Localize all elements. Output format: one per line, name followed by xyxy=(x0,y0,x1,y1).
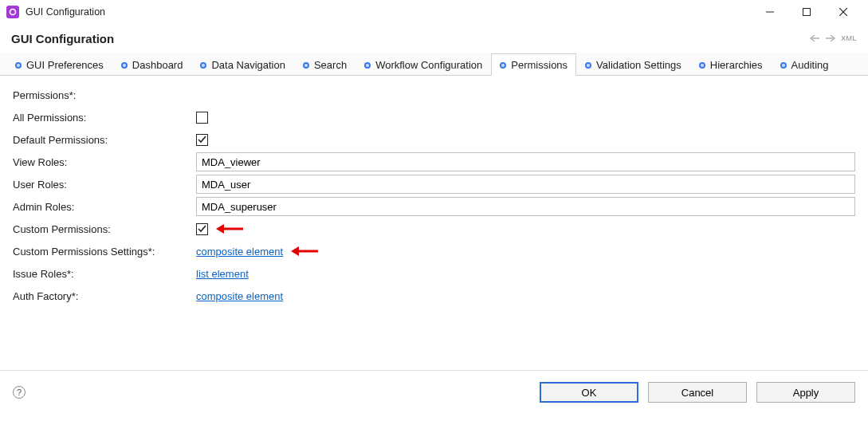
tab-label: Data Navigation xyxy=(211,59,285,71)
tab-bar: GUI Preferences Dashboard Data Navigatio… xyxy=(0,53,868,76)
tab-validation-settings[interactable]: Validation Settings xyxy=(576,53,690,76)
all-permissions-label: All Permissions: xyxy=(13,112,196,124)
tab-label: Hierarchies xyxy=(710,59,763,71)
annotation-arrow-icon xyxy=(216,223,243,234)
bullet-icon xyxy=(121,62,128,69)
apply-button[interactable]: Apply xyxy=(756,382,855,403)
svg-rect-2 xyxy=(803,9,811,16)
page-header: GUI Configuration XML xyxy=(0,24,868,53)
svg-point-0 xyxy=(10,10,16,15)
admin-roles-input[interactable] xyxy=(196,197,855,216)
default-permissions-label: Default Permissions: xyxy=(13,134,196,146)
tab-gui-preferences[interactable]: GUI Preferences xyxy=(6,53,112,76)
cancel-button[interactable]: Cancel xyxy=(648,382,747,403)
auth-factory-link[interactable]: composite element xyxy=(196,290,283,302)
bullet-icon xyxy=(780,62,787,69)
annotation-arrow-icon xyxy=(291,246,318,257)
xml-label[interactable]: XML xyxy=(841,34,857,42)
custom-settings-label: Custom Permissions Settings*: xyxy=(13,246,196,258)
tab-label: Dashboard xyxy=(132,59,183,71)
header-actions: XML xyxy=(809,33,857,44)
auth-factory-label: Auth Factory*: xyxy=(13,290,196,302)
ok-button[interactable]: OK xyxy=(540,382,638,403)
view-roles-label: View Roles: xyxy=(13,156,196,168)
permissions-label: Permissions*: xyxy=(13,89,196,101)
bullet-icon xyxy=(585,62,591,69)
tab-hierarchies[interactable]: Hierarchies xyxy=(690,53,772,76)
tab-label: Search xyxy=(314,59,347,71)
permissions-form: Permissions*: All Permissions: Default P… xyxy=(0,76,868,371)
help-icon[interactable]: ? xyxy=(13,386,26,399)
close-button[interactable] xyxy=(825,0,862,24)
maximize-button[interactable] xyxy=(788,0,825,24)
custom-settings-link[interactable]: composite element xyxy=(196,246,283,258)
default-permissions-checkbox[interactable] xyxy=(196,134,208,146)
view-roles-input[interactable] xyxy=(196,152,855,171)
window-titlebar: GUI Configuration xyxy=(0,0,868,24)
bullet-icon xyxy=(364,62,371,69)
tab-permissions[interactable]: Permissions xyxy=(491,53,576,76)
window-title: GUI Configuration xyxy=(26,6,105,18)
bullet-icon xyxy=(699,62,705,69)
bullet-icon xyxy=(15,62,22,69)
tab-label: Workflow Configuration xyxy=(375,59,482,71)
window-controls xyxy=(752,0,862,24)
button-bar: ? OK Cancel Apply xyxy=(0,371,868,414)
issue-roles-link[interactable]: list element xyxy=(196,268,249,280)
tab-data-navigation[interactable]: Data Navigation xyxy=(191,53,294,76)
tab-search[interactable]: Search xyxy=(294,53,355,76)
tab-label: Auditing xyxy=(791,59,829,71)
custom-permissions-checkbox[interactable] xyxy=(196,223,208,235)
bullet-icon xyxy=(303,62,309,69)
tab-label: GUI Preferences xyxy=(26,59,104,71)
minimize-button[interactable] xyxy=(752,0,788,24)
admin-roles-label: Admin Roles: xyxy=(13,201,196,213)
tab-label: Validation Settings xyxy=(596,59,681,71)
page-title: GUI Configuration xyxy=(11,32,114,45)
tab-auditing[interactable]: Auditing xyxy=(772,53,838,76)
all-permissions-checkbox[interactable] xyxy=(196,112,208,124)
user-roles-label: User Roles: xyxy=(13,179,196,191)
issue-roles-label: Issue Roles*: xyxy=(13,268,196,280)
bullet-icon xyxy=(500,62,506,69)
nav-back-icon[interactable] xyxy=(809,33,820,44)
user-roles-input[interactable] xyxy=(196,175,855,194)
custom-permissions-label: Custom Permissions: xyxy=(13,223,196,235)
tab-label: Permissions xyxy=(511,59,568,71)
bullet-icon xyxy=(200,62,206,69)
tab-dashboard[interactable]: Dashboard xyxy=(112,53,192,76)
tab-workflow-configuration[interactable]: Workflow Configuration xyxy=(355,53,491,76)
app-icon xyxy=(6,6,19,18)
nav-forward-icon[interactable] xyxy=(825,33,836,44)
